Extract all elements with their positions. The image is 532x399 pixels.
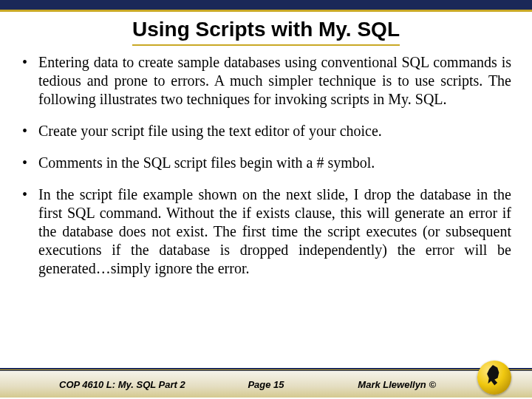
footer-course: COP 4610 L: My. SQL Part 2 bbox=[59, 379, 185, 390]
bullet-list: Entering data to create sample databases… bbox=[21, 53, 511, 278]
bullet-item: In the script file example shown on the … bbox=[21, 185, 511, 278]
footer-page: Page 15 bbox=[248, 379, 284, 390]
slide-body: Entering data to create sample databases… bbox=[0, 46, 532, 278]
bullet-item: Entering data to create sample databases… bbox=[21, 53, 511, 109]
footer-band: COP 4610 L: My. SQL Part 2 Page 15 Mark … bbox=[0, 371, 532, 398]
bullet-item: Comments in the SQL script files begin w… bbox=[21, 154, 511, 172]
ucf-pegasus-logo-icon bbox=[477, 361, 511, 395]
bullet-item: Create your script file using the text e… bbox=[21, 122, 511, 140]
slide-footer: COP 4610 L: My. SQL Part 2 Page 15 Mark … bbox=[0, 368, 532, 399]
footer-author: Mark Llewellyn © bbox=[358, 379, 436, 390]
top-accent-bar bbox=[0, 0, 532, 12]
slide-title: Using Scripts with My. SQL bbox=[132, 18, 400, 46]
